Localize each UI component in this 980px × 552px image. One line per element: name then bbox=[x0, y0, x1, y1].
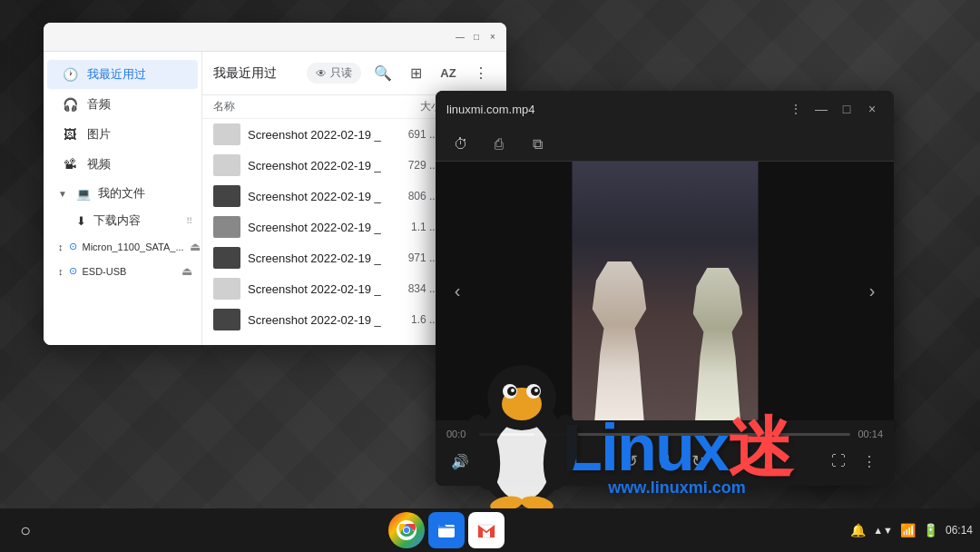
sidebar-item-esd-label: ESD-USB bbox=[83, 266, 127, 277]
vp-share-button[interactable]: ⎙ bbox=[486, 132, 512, 157]
search-button[interactable]: 🔍 bbox=[368, 59, 397, 88]
image-icon: 🖼 bbox=[62, 126, 78, 143]
vp-minimize-button[interactable]: — bbox=[810, 98, 832, 120]
sidebar-item-recent[interactable]: 🕐 我最近用过 bbox=[47, 60, 198, 89]
linuxmi-logo: Linux迷 www.linuxmi.com bbox=[563, 405, 791, 498]
svg-point-10 bbox=[511, 399, 533, 414]
file-name: Screenshot 2022-02-19 _ bbox=[248, 313, 381, 327]
file-size: 729 ... bbox=[388, 159, 438, 172]
figure-right bbox=[682, 268, 753, 420]
file-thumbnail bbox=[213, 123, 240, 145]
sidebar-item-micron-label: Micron_1100_SATA_... bbox=[83, 242, 184, 252]
file-thumbnail bbox=[213, 154, 240, 176]
sidebar-item-videos[interactable]: 📽 视频 bbox=[47, 150, 198, 179]
file-thumbnail bbox=[213, 216, 240, 238]
sidebar-item-esd[interactable]: ↕ ⊙ ESD-USB ⏏ bbox=[44, 259, 201, 283]
sidebar-item-videos-label: 视频 bbox=[87, 156, 111, 172]
vp-copy-button[interactable]: ⧉ bbox=[524, 132, 550, 157]
linux-text: Linux bbox=[563, 411, 728, 484]
desktop: — □ × 🕐 我最近用过 🎧 音频 🖼 图片 📽 bbox=[0, 0, 980, 552]
file-name: Screenshot 2022-02-19 _ bbox=[248, 251, 381, 265]
svg-point-1 bbox=[493, 421, 551, 501]
computer-icon: 💻 bbox=[76, 187, 91, 201]
vp-next-nav-button[interactable]: › bbox=[858, 277, 887, 306]
taskbar-time[interactable]: 06:14 bbox=[946, 524, 973, 537]
file-size: 971 ... bbox=[388, 251, 438, 264]
file-size: 691 ... bbox=[388, 128, 438, 141]
files-app-icon[interactable] bbox=[428, 512, 465, 548]
fm-sidebar: 🕐 我最近用过 🎧 音频 🖼 图片 📽 视频 ▼ 💻 bbox=[44, 52, 202, 345]
vp-title-label: linuxmi.com.mp4 bbox=[446, 103, 778, 116]
file-name: Screenshot 2022-02-19 _ bbox=[248, 282, 381, 296]
sidebar-item-downloads-label: 下载内容 bbox=[93, 212, 141, 229]
vp-fullscreen-button[interactable]: ⛶ bbox=[825, 448, 852, 475]
launcher-button[interactable]: ○ bbox=[7, 512, 44, 548]
usb-icon-3: ↕ bbox=[58, 266, 64, 277]
fm-location-label: 我最近用过 bbox=[213, 65, 299, 82]
vp-timer-button[interactable]: ⏱ bbox=[448, 132, 474, 157]
taskbar-left: ○ bbox=[7, 512, 44, 548]
file-thumbnail bbox=[213, 278, 240, 300]
download-icon: ⬇ bbox=[76, 214, 86, 228]
eject-micron-icon[interactable]: ⏏ bbox=[190, 240, 201, 253]
file-name: Screenshot 2022-02-19 _ bbox=[248, 221, 381, 234]
fm-maximize-button[interactable]: □ bbox=[470, 31, 483, 44]
vp-close-button[interactable]: × bbox=[861, 98, 883, 120]
drag-handle-icon: ⠿ bbox=[186, 216, 192, 226]
network-icon[interactable]: ▲▼ bbox=[871, 523, 895, 537]
usb-icon-2: ⊙ bbox=[69, 241, 77, 252]
eye-icon: 👁 bbox=[316, 67, 327, 80]
vp-titlebar: linuxmi.com.mp4 ⋮ — □ × bbox=[436, 91, 894, 127]
video-icon: 📽 bbox=[62, 156, 78, 172]
gmail-app-icon[interactable] bbox=[468, 512, 505, 548]
vp-right-controls: ⛶ ⋮ bbox=[825, 448, 883, 475]
readonly-label: 只读 bbox=[330, 65, 352, 81]
fm-titlebar: — □ × bbox=[44, 23, 506, 52]
vp-titlebar-icons: ⋮ — □ × bbox=[785, 98, 883, 120]
chrome-app-icon[interactable] bbox=[388, 512, 425, 548]
fm-minimize-button[interactable]: — bbox=[454, 31, 466, 44]
file-size: 1.6 ... bbox=[388, 313, 438, 326]
file-thumbnail bbox=[213, 247, 240, 269]
svg-point-9 bbox=[534, 389, 538, 392]
file-thumbnail bbox=[213, 309, 240, 330]
sidebar-item-downloads[interactable]: ⬇ 下载内容 ⠿ bbox=[44, 207, 201, 234]
clock-icon: 🕐 bbox=[62, 66, 78, 83]
figure-left bbox=[581, 261, 658, 420]
usb-icon: ↕ bbox=[58, 242, 64, 252]
file-name: Screenshot 2022-02-19 _ bbox=[248, 190, 381, 203]
svg-rect-19 bbox=[438, 525, 455, 537]
col-size-header: 大小 bbox=[387, 99, 442, 114]
vp-more-button[interactable]: ⋮ bbox=[785, 98, 807, 120]
sidebar-item-audio-label: 音频 bbox=[87, 96, 111, 113]
vp-more-ctrl-button[interactable]: ⋮ bbox=[856, 448, 883, 475]
notification-icon[interactable]: 🔔 bbox=[848, 521, 867, 539]
more-options-button[interactable]: ⋮ bbox=[466, 59, 495, 88]
eject-esd-icon[interactable]: ⏏ bbox=[181, 264, 192, 278]
file-size: 1.1 ... bbox=[388, 221, 438, 233]
vp-total-time: 00:14 bbox=[858, 429, 883, 439]
taskbar-center bbox=[44, 512, 848, 548]
file-name: Screenshot 2022-02-19 _ bbox=[248, 159, 381, 172]
headphone-icon: 🎧 bbox=[62, 96, 78, 113]
vp-maximize-button[interactable]: □ bbox=[836, 98, 858, 120]
usb-icon-4: ⊙ bbox=[69, 265, 77, 277]
wifi-icon[interactable]: 📶 bbox=[898, 521, 917, 539]
battery-icon[interactable]: 🔋 bbox=[921, 521, 940, 539]
file-name: Screenshot 2022-02-19 _ bbox=[248, 128, 381, 142]
sidebar-item-images[interactable]: 🖼 图片 bbox=[47, 120, 198, 149]
file-size: 834 ... bbox=[388, 282, 438, 295]
svg-point-8 bbox=[511, 389, 514, 392]
penguin-watermark bbox=[463, 357, 581, 502]
sidebar-item-audio[interactable]: 🎧 音频 bbox=[47, 90, 198, 119]
vp-video-frame bbox=[572, 162, 758, 420]
sidebar-my-files-header[interactable]: ▼ 💻 我的文件 bbox=[44, 180, 201, 207]
vp-prev-nav-button[interactable]: ‹ bbox=[443, 277, 472, 306]
sidebar-item-micron[interactable]: ↕ ⊙ Micron_1100_SATA_... ⏏ bbox=[44, 234, 201, 259]
fm-close-button[interactable]: × bbox=[486, 31, 499, 44]
file-size: 806 ... bbox=[388, 190, 438, 202]
az-sort-button[interactable]: AZ bbox=[434, 59, 463, 88]
svg-point-18 bbox=[404, 527, 409, 533]
vp-action-bar: ⏱ ⎙ ⧉ bbox=[436, 127, 894, 162]
grid-view-button[interactable]: ⊞ bbox=[401, 59, 430, 88]
